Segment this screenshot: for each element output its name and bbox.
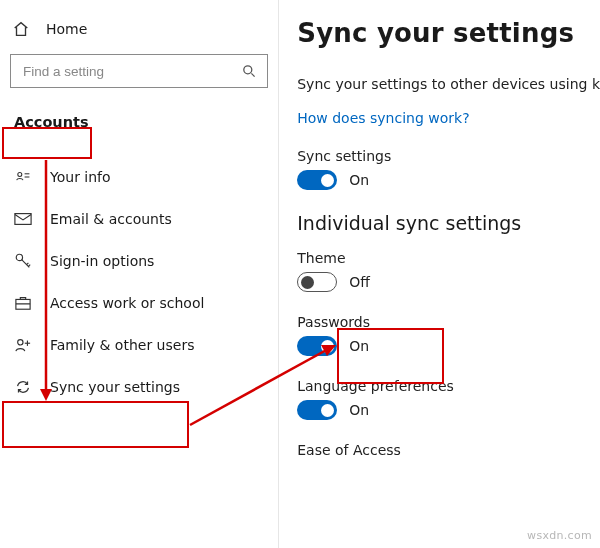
sync-icon — [14, 378, 32, 396]
home-icon — [12, 20, 30, 38]
sync-settings-toggle[interactable] — [297, 170, 337, 190]
home-label: Home — [46, 21, 87, 37]
search-input-wrap[interactable] — [10, 54, 268, 88]
mail-icon — [14, 210, 32, 228]
nav-label: Access work or school — [50, 295, 204, 311]
sync-settings-label: Sync settings — [297, 148, 600, 164]
person-card-icon — [14, 168, 32, 186]
key-icon — [14, 252, 32, 270]
svg-point-0 — [244, 66, 252, 74]
sync-settings-state: On — [349, 172, 369, 188]
language-pref-label: Language preferences — [297, 378, 600, 394]
passwords-toggle[interactable] — [297, 336, 337, 356]
theme-label: Theme — [297, 250, 600, 266]
ease-of-access-label: Ease of Access — [297, 442, 600, 458]
language-pref-toggle[interactable] — [297, 400, 337, 420]
svg-point-8 — [18, 340, 23, 345]
nav-label: Email & accounts — [50, 211, 172, 227]
svg-point-6 — [16, 254, 22, 260]
nav-signin-options[interactable]: Sign-in options — [0, 240, 278, 282]
section-title-accounts: Accounts — [0, 106, 103, 138]
nav-label: Your info — [50, 169, 111, 185]
home-button[interactable]: Home — [0, 14, 278, 54]
passwords-state: On — [349, 338, 369, 354]
sync-description: Sync your settings to other devices usin… — [297, 76, 600, 92]
svg-line-1 — [252, 73, 255, 76]
theme-toggle[interactable] — [297, 272, 337, 292]
nav-label: Sync your settings — [50, 379, 180, 395]
left-pane: Home Accounts Your info — [0, 0, 279, 548]
nav-label: Family & other users — [50, 337, 194, 353]
nav-sync-settings[interactable]: Sync your settings — [0, 366, 278, 408]
nav-access-work-school[interactable]: Access work or school — [0, 282, 278, 324]
how-sync-works-link[interactable]: How does syncing work? — [297, 110, 600, 126]
theme-state: Off — [349, 274, 370, 290]
nav-list: Your info Email & accounts Sign-in optio… — [0, 156, 278, 408]
nav-family-users[interactable]: Family & other users — [0, 324, 278, 366]
passwords-label: Passwords — [297, 314, 600, 330]
language-pref-state: On — [349, 402, 369, 418]
page-title: Sync your settings — [297, 18, 600, 48]
nav-your-info[interactable]: Your info — [0, 156, 278, 198]
search-input[interactable] — [21, 63, 241, 80]
briefcase-icon — [14, 294, 32, 312]
nav-email-accounts[interactable]: Email & accounts — [0, 198, 278, 240]
watermark: wsxdn.com — [527, 529, 592, 542]
individual-sync-heading: Individual sync settings — [297, 212, 600, 234]
settings-window: Home Accounts Your info — [0, 0, 600, 548]
search-icon — [241, 63, 257, 79]
nav-label: Sign-in options — [50, 253, 154, 269]
svg-rect-5 — [15, 214, 31, 225]
svg-point-2 — [18, 173, 22, 177]
people-plus-icon — [14, 336, 32, 354]
right-pane: Sync your settings Sync your settings to… — [279, 0, 600, 548]
